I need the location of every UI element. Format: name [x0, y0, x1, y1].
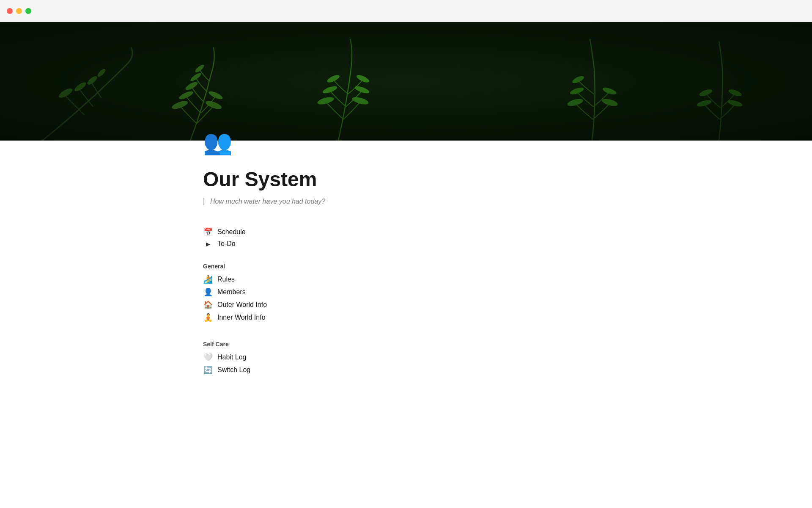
schedule-item[interactable]: 📅 Schedule: [203, 226, 609, 238]
titlebar: [0, 0, 812, 22]
page-icon: 👥: [203, 129, 233, 155]
members-icon: 👤: [203, 287, 213, 297]
page-title: Our System: [203, 168, 609, 191]
self-care-section-label: Self Care: [203, 341, 609, 348]
hero-background: [0, 22, 812, 141]
habit-log-item[interactable]: 🤍 Habit Log: [203, 351, 609, 364]
close-button[interactable]: [7, 8, 13, 14]
outer-world-label: Outer World Info: [217, 301, 267, 309]
habit-log-icon: 🤍: [203, 353, 213, 362]
todo-toggle-icon: ▶: [203, 241, 213, 247]
habit-log-label: Habit Log: [217, 353, 247, 361]
outer-world-icon: 🏠: [203, 300, 213, 309]
outer-world-info-item[interactable]: 🏠 Outer World Info: [203, 298, 609, 311]
rules-label: Rules: [217, 276, 235, 283]
switch-log-item[interactable]: 🔄 Switch Log: [203, 364, 609, 376]
inner-world-info-item[interactable]: 🧘 Inner World Info: [203, 311, 609, 324]
fern-decoration: [0, 22, 812, 141]
minimize-button[interactable]: [16, 8, 22, 14]
rules-item[interactable]: 🏄 Rules: [203, 273, 609, 286]
self-care-section: Self Care 🤍 Habit Log 🔄 Switch Log: [203, 341, 609, 376]
page-quote: How much water have you had today?: [203, 198, 609, 205]
schedule-icon: 📅: [203, 227, 213, 237]
inner-world-icon: 🧘: [203, 313, 213, 322]
inner-world-label: Inner World Info: [217, 314, 266, 321]
members-item[interactable]: 👤 Members: [203, 286, 609, 298]
page-icon-area: 👥: [0, 130, 812, 154]
svg-rect-27: [0, 22, 812, 141]
schedule-label: Schedule: [217, 228, 246, 236]
hero-banner: [0, 22, 812, 141]
top-items-group: 📅 Schedule ▶ To-Do: [203, 226, 609, 249]
page-body: Our System How much water have you had t…: [0, 154, 812, 427]
maximize-button[interactable]: [25, 8, 31, 14]
switch-log-icon: 🔄: [203, 365, 213, 375]
general-section: General 🏄 Rules 👤 Members 🏠 Outer World …: [203, 263, 609, 324]
todo-label: To-Do: [217, 240, 236, 248]
switch-log-label: Switch Log: [217, 366, 250, 374]
rules-icon: 🏄: [203, 275, 213, 284]
todo-item[interactable]: ▶ To-Do: [203, 238, 609, 249]
members-label: Members: [217, 288, 246, 296]
general-section-label: General: [203, 263, 609, 270]
main-content: 👥 Our System How much water have you had…: [0, 22, 812, 427]
